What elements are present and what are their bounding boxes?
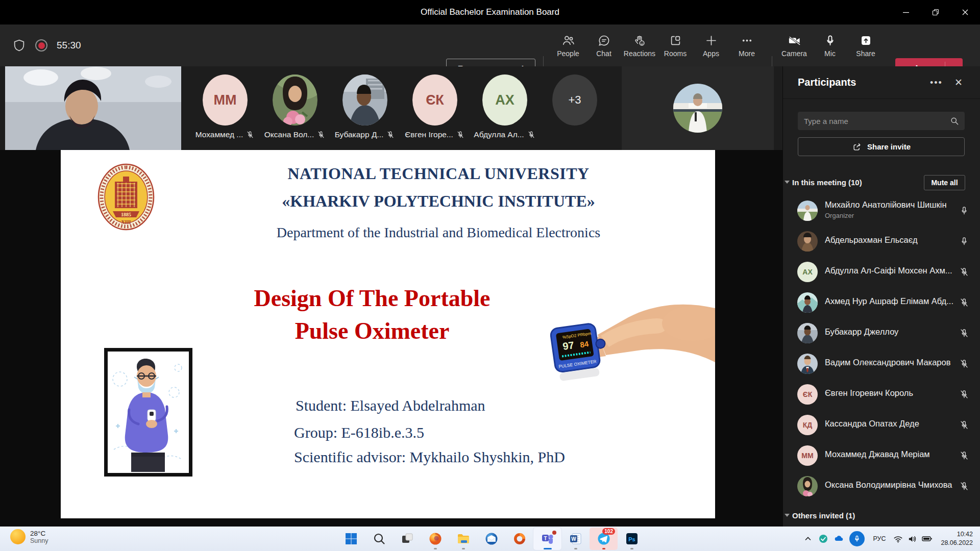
tab-rooms[interactable]: Rooms [657, 24, 693, 66]
rooms-icon [669, 34, 682, 47]
tray-overflow-button[interactable] [800, 535, 816, 542]
minimize-button[interactable] [891, 0, 921, 24]
participants-close-icon[interactable]: ✕ [954, 77, 963, 88]
weather-widget[interactable]: 28°C Sunny [10, 529, 48, 544]
participants-more-icon[interactable]: ••• [930, 78, 943, 88]
sun-icon [10, 529, 26, 544]
photoshop-button[interactable]: Ps [618, 528, 646, 550]
active-speaker-tile[interactable] [622, 66, 774, 150]
participant-name: Вадим Олександрович Макаров [825, 358, 957, 367]
mic-status-icon[interactable] [959, 358, 970, 369]
mic-status-icon[interactable] [959, 236, 970, 247]
tab-chat[interactable]: Chat [586, 24, 622, 66]
pulse-oximeter-image: %SpO2 PRbpm 97 84 PULSE OXIMETER [540, 303, 715, 397]
search-icon [949, 116, 960, 126]
participant-row[interactable]: ММ Мохаммед Джавад Меріам [783, 440, 980, 471]
tile-yevhen[interactable]: ЄК Євген Ігоре... [412, 66, 457, 139]
slide-title-line1: Design Of The Portable [153, 285, 592, 312]
participant-name: Оксана Володимирівна Чмихова [825, 480, 957, 490]
participant-row[interactable]: Оксана Володимирівна Чмихова [783, 471, 980, 502]
wifi-icon[interactable] [891, 534, 905, 544]
mic-button[interactable]: Mic [812, 24, 848, 66]
avatar-initials: ММ [797, 445, 818, 466]
tab-more[interactable]: More [729, 24, 765, 66]
chat-icon [597, 34, 611, 47]
chevron-down-icon[interactable] [785, 181, 790, 184]
mic-status-icon[interactable] [959, 419, 970, 431]
share-icon [859, 34, 873, 47]
participant-row[interactable]: АХ Абдулла Ал-Саіфі Мохсен Ахм... [783, 257, 980, 287]
volume-icon[interactable] [905, 534, 919, 544]
mic-status-icon[interactable] [959, 328, 970, 339]
tile-abdulla[interactable]: AX Абдулла Ал... [482, 66, 527, 139]
running-indicator [574, 548, 577, 549]
participant-row[interactable]: Бубакарр Джеллоу [783, 318, 980, 348]
close-button[interactable] [950, 0, 980, 24]
mic-status-icon[interactable] [959, 481, 970, 492]
search-input[interactable] [798, 112, 965, 130]
participant-row[interactable]: КД Кассандра Опатах Деде [783, 410, 980, 440]
teams-button[interactable]: T [533, 528, 561, 550]
tray-mic-button[interactable] [849, 531, 865, 546]
participant-row[interactable]: ЄК Євген Ігоревич Король [783, 379, 980, 410]
telegram-button[interactable]: 102 [590, 528, 618, 550]
active-indicator [544, 548, 552, 549]
weather-temperature: 28°C [30, 530, 48, 537]
participant-row[interactable]: Михайло Анатолійович Шишкін Organizer [783, 195, 980, 226]
clock-date: 28.06.2022 [941, 539, 973, 547]
mic-status-icon[interactable] [959, 266, 970, 278]
mic-status-icon[interactable] [959, 450, 970, 461]
participant-row[interactable]: Вадим Олександрович Макаров [783, 348, 980, 379]
participant-row[interactable]: Абдельрахман Ельсаєд [783, 226, 980, 257]
clock-widget[interactable]: 10:42 28.06.2022 [935, 530, 980, 547]
office-button[interactable] [505, 528, 533, 550]
svg-text:XIII: XIII [121, 219, 131, 225]
tile-name: Євген Ігоре... [405, 130, 453, 139]
participant-row[interactable]: Ахмед Нур Ашраф Елімам Абд... [783, 287, 980, 318]
svg-text:W: W [571, 536, 576, 542]
avatar-photo [342, 74, 387, 126]
file-explorer-button[interactable] [449, 528, 477, 550]
svg-text:1885: 1885 [121, 212, 131, 217]
share-invite-button[interactable]: Share invite [798, 137, 965, 156]
start-button[interactable] [337, 528, 365, 550]
tile-mohammed[interactable]: MM Мохаммед ... [203, 66, 248, 139]
participants-title: Participants [798, 77, 856, 88]
tab-people[interactable]: People [550, 24, 586, 66]
chevron-down-icon[interactable] [785, 514, 790, 517]
tab-reactions[interactable]: Reactions [622, 24, 657, 66]
camera-button[interactable]: Camera [776, 24, 812, 66]
meeting-toolbar: 55:30 Request control People Chat Reacti… [0, 24, 980, 66]
taskbar-search-button[interactable] [365, 528, 393, 550]
avatar-photo [273, 74, 317, 126]
firefox-button[interactable] [421, 528, 449, 550]
mic-status-icon[interactable] [959, 389, 970, 400]
participant-name: Ахмед Нур Ашраф Елімам Абд... [825, 296, 957, 306]
mic-status-icon[interactable] [959, 205, 970, 216]
tray-app-icon-1[interactable] [816, 534, 831, 543]
language-indicator[interactable]: РУС [868, 535, 891, 542]
people-icon [561, 34, 575, 47]
mute-all-button[interactable]: Mute all [924, 175, 965, 190]
running-indicator [462, 548, 465, 549]
participant-tiles: MM Мохаммед ... Оксана Вол... Бубакарр Д… [203, 66, 597, 139]
battery-icon[interactable] [919, 533, 935, 544]
avatar [797, 231, 818, 252]
office-icon [512, 532, 527, 546]
tile-bubakarr[interactable]: Бубакарр Д... [342, 66, 387, 139]
onedrive-icon[interactable] [831, 534, 846, 544]
avatar [797, 476, 818, 496]
thunderbird-button[interactable] [477, 528, 505, 550]
tab-apps[interactable]: Apps [693, 24, 729, 66]
task-view-button[interactable] [393, 528, 421, 550]
apps-plus-icon [704, 34, 718, 47]
mic-status-icon[interactable] [959, 297, 970, 308]
share-button[interactable]: Share [848, 24, 884, 66]
folder-icon [456, 532, 471, 546]
tile-overflow[interactable]: +3 [552, 66, 597, 139]
restore-button[interactable] [921, 0, 950, 24]
self-video-tile[interactable] [5, 66, 181, 150]
mic-off-icon [246, 130, 255, 139]
word-button[interactable]: W [561, 528, 590, 550]
tile-oksana[interactable]: Оксана Вол... [273, 66, 317, 139]
